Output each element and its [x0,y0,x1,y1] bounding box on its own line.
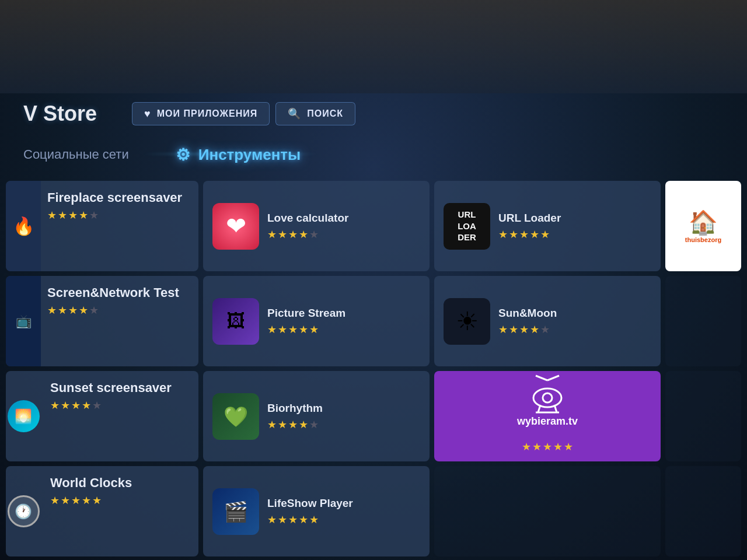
fireplace-name: Fireplace screensaver [47,190,182,205]
wybieram-logo: wybieram.tv [517,374,578,428]
url-name: URL Loader [498,212,651,225]
empty-slot-r4c3 [434,466,661,556]
picture-icon: 🖼 [212,298,259,345]
sun-stars: ★ ★ ★ ★ ★ [498,323,651,336]
category-social[interactable]: Социальные сети [23,147,129,162]
url-icon: URLLOADER [444,203,490,250]
bio-name: Biorhythm [267,402,420,415]
category-nav: Социальные сети ⚙ Инструменты [0,137,747,172]
header-buttons: ♥ МОИ ПРИЛОЖЕНИЯ 🔍 ПОИСК [132,102,355,125]
sun-name: Sun&Moon [498,307,651,320]
app-fireplace[interactable]: 🔥 Fireplace screensaver ★ ★ ★ ★ ★ [6,181,198,271]
store-title: V Store [23,102,97,126]
lifeshow-icon: 🎬 [212,488,259,535]
header: V Store ♥ МОИ ПРИЛОЖЕНИЯ 🔍 ПОИСК [0,93,747,134]
category-tools-label: Инструменты [198,146,301,164]
category-tools-active[interactable]: ⚙ Инструменты [176,145,301,164]
search-label: ПОИСК [307,108,343,119]
svg-line-0 [536,376,547,380]
svg-point-2 [533,388,561,407]
app-screen-network[interactable]: 📺 Screen&Network Test ★ ★ ★ ★ ★ [6,276,198,366]
screen-stars: ★ ★ ★ ★ ★ [47,304,179,317]
apps-grid: 🔥 Fireplace screensaver ★ ★ ★ ★ ★ ❤ Love… [0,175,747,560]
app-picture-stream[interactable]: 🖼 Picture Stream ★ ★ ★ ★ ★ [203,276,430,366]
world-clocks-stars: ★ ★ ★ ★ ★ [50,494,132,507]
search-icon: 🔍 [288,107,301,120]
app-love-calculator[interactable]: ❤ Love calculator ★ ★ ★ ★ ★ [203,181,430,271]
lifeshow-name: LifeShow Player [267,497,420,510]
svg-point-3 [543,393,552,402]
app-lifeshow[interactable]: 🎬 LifeShow Player ★ ★ ★ ★ ★ [203,466,430,556]
screen-name: Screen&Network Test [47,285,179,300]
svg-line-1 [547,376,559,380]
love-stars: ★ ★ ★ ★ ★ [267,228,420,241]
app-biorhythm[interactable]: 💚 Biorhythm ★ ★ ★ ★ ★ [203,371,430,461]
glow-line [128,153,333,155]
picture-stars: ★ ★ ★ ★ ★ [267,323,420,336]
empty-slot-r4c4 [665,466,741,556]
lifeshow-stars: ★ ★ ★ ★ ★ [267,513,420,526]
sunset-name: Sunset screensaver [50,380,172,396]
bio-stars: ★ ★ ★ ★ ★ [267,418,420,431]
app-world-clocks[interactable]: 🕐 World Clocks ★ ★ ★ ★ ★ [6,466,198,556]
url-stars: ★ ★ ★ ★ ★ [498,228,651,241]
love-name: Love calculator [267,212,420,225]
my-apps-label: МОИ ПРИЛОЖЕНИЯ [157,108,258,119]
app-sun-moon[interactable]: ☀ Sun&Moon ★ ★ ★ ★ ★ [434,276,661,366]
tools-icon: ⚙ [176,145,190,164]
wybieram-stars: ★ ★ ★ ★ ★ [522,440,573,453]
empty-slot-r3c4 [665,371,741,461]
wybieram-tv-icon [524,374,571,415]
love-icon: ❤ [212,203,259,250]
app-wybieram[interactable]: wybieram.tv ★ ★ ★ ★ ★ [434,371,661,461]
sun-icon: ☀ [444,298,490,345]
sunset-stars: ★ ★ ★ ★ ★ [50,399,172,412]
wybieram-name: wybieram.tv [517,415,578,428]
world-clocks-name: World Clocks [50,475,132,491]
bio-icon: 💚 [212,393,259,440]
app-url-loader[interactable]: URLLOADER URL Loader ★ ★ ★ ★ ★ [434,181,661,271]
picture-name: Picture Stream [267,307,420,320]
heart-icon: ♥ [144,108,151,120]
search-button[interactable]: 🔍 ПОИСК [275,102,355,125]
fireplace-stars: ★ ★ ★ ★ ★ [47,209,182,222]
app-thuisbezorg[interactable]: 🏠 thuisbezorg [665,181,741,271]
empty-slot-r2c4 [665,276,741,366]
my-apps-button[interactable]: ♥ МОИ ПРИЛОЖЕНИЯ [132,102,270,125]
app-sunset[interactable]: 🌅 Sunset screensaver ★ ★ ★ ★ ★ [6,371,198,461]
